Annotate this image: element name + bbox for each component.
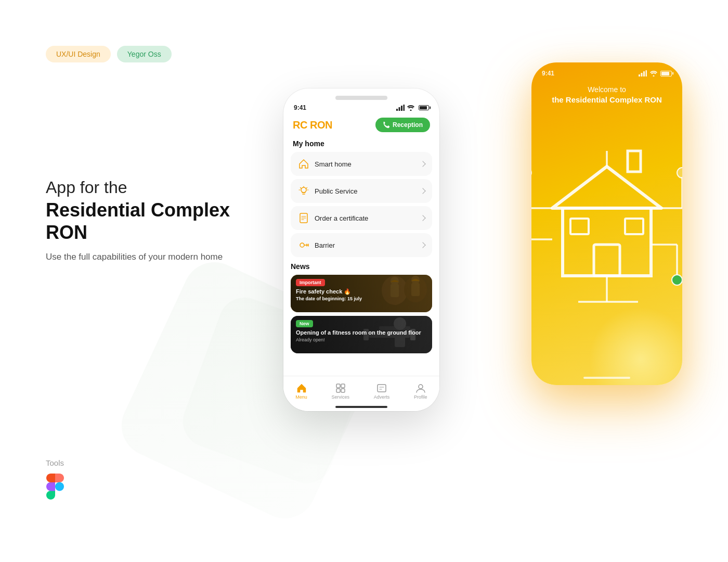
tag-author: Yegor Oss [117,46,172,62]
phone-orange: 9:41 Welcome to the Residential Complex … [531,62,682,385]
svg-rect-37 [628,151,641,172]
svg-rect-2 [401,106,402,111]
nav-menu-label: Menu [295,394,307,400]
svg-rect-22 [336,384,340,388]
svg-rect-3 [404,105,405,111]
svg-rect-30 [643,71,645,76]
fire-news-overlay: Important Fire safety check 🔥 The date o… [291,275,432,312]
status-time: 9:41 [294,104,306,111]
svg-point-7 [300,243,304,247]
public-service-label: Public Service [315,187,357,195]
left-content: App for the Residential Complex RON Use … [46,177,264,262]
phone-icon [383,121,390,129]
svg-rect-29 [641,73,643,76]
adverts-icon [376,383,387,393]
new-badge: New [296,320,313,327]
certificate-label: Order a certificate [315,214,368,222]
news-card-fire[interactable]: Important Fire safety check 🔥 The date o… [291,275,432,312]
nav-profile-label: Profile [414,394,427,400]
menu-item-barrier[interactable]: Barrier [291,233,432,257]
nav-adverts-label: Adverts [374,394,390,400]
svg-point-45 [677,168,682,178]
app-subtitle: Use the full capabilities of your modern… [46,252,264,262]
barrier-label: Barrier [315,241,335,249]
app-header: RC RON Reception [283,113,439,137]
svg-rect-31 [646,70,647,76]
chevron-right-icon [420,215,425,221]
nav-menu[interactable]: Menu [295,383,307,400]
my-home-label: My home [283,137,439,152]
orange-status-bar: 9:41 [531,62,682,80]
welcome-line1: Welcome to [542,84,672,95]
home-nav-icon [296,383,307,393]
figma-logo [46,474,64,500]
svg-rect-24 [336,389,340,392]
welcome-text: Welcome to the Residential Complex RON [531,84,682,104]
chevron-right-icon [420,188,425,194]
svg-rect-23 [341,384,345,388]
phone-notch [335,96,387,100]
smart-home-illustration [531,125,682,385]
svg-point-5 [301,187,306,193]
fitness-news-title: Opening of a fitness room on the ground … [296,329,427,336]
menu-item-certificate[interactable]: Order a certificate [291,206,432,230]
app-for-text: App for the [46,177,264,199]
nav-services-label: Services [332,394,350,400]
fitness-news-overlay: New Opening of a fitness room on the gro… [291,316,432,353]
fitness-news-sub: Already open! [296,337,427,342]
news-card-fitness[interactable]: New Opening of a fitness room on the gro… [291,316,432,353]
svg-rect-36 [625,219,643,234]
svg-point-4 [410,110,412,111]
key-icon [298,239,309,251]
tools-label: Tools [46,458,64,467]
welcome-line2: the Residential Complex RON [542,95,672,104]
reception-button[interactable]: Reception [375,118,430,132]
phone-white: 9:41 RC RON Rece [283,88,439,411]
app-logo: RC RON [293,119,332,131]
svg-rect-35 [570,219,589,234]
svg-point-32 [653,75,655,77]
svg-rect-1 [399,107,400,111]
app-title: Residential Complex RON [46,199,264,244]
svg-point-27 [419,385,423,389]
menu-items: Smart home Public Service [283,152,439,257]
chevron-right-icon [420,242,425,248]
nav-adverts[interactable]: Adverts [374,383,390,400]
chevron-right-icon [420,161,425,167]
news-label: News [291,262,432,271]
svg-rect-28 [639,74,640,76]
svg-point-48 [672,275,682,285]
fire-news-date: The date of beginning: 15 july [296,296,427,301]
svg-rect-34 [594,245,620,276]
home-indicator [335,406,387,408]
status-icons [396,105,429,111]
svg-rect-25 [341,389,345,392]
menu-item-smart-home[interactable]: Smart home [291,152,432,176]
status-bar: 9:41 [283,100,439,113]
important-badge: Important [296,279,325,286]
tags-container: UX/UI Design Yegor Oss [46,46,172,62]
services-icon [335,383,346,393]
doc-icon [298,212,309,224]
nav-profile[interactable]: Profile [414,383,427,400]
bulb-icon [298,185,309,197]
smart-home-label: Smart home [315,160,352,168]
battery-icon [419,105,429,110]
svg-rect-26 [378,385,386,392]
profile-icon [415,383,426,393]
svg-rect-0 [396,109,398,111]
orange-home-indicator [583,377,630,379]
tag-design: UX/UI Design [46,46,111,62]
menu-item-public-service[interactable]: Public Service [291,179,432,203]
tools-section: Tools [46,458,64,500]
news-section: News Important [283,257,439,361]
fire-news-title: Fire safety check 🔥 [296,288,427,295]
orange-time: 9:41 [542,70,554,77]
home-icon [298,158,309,170]
nav-services[interactable]: Services [332,383,350,400]
